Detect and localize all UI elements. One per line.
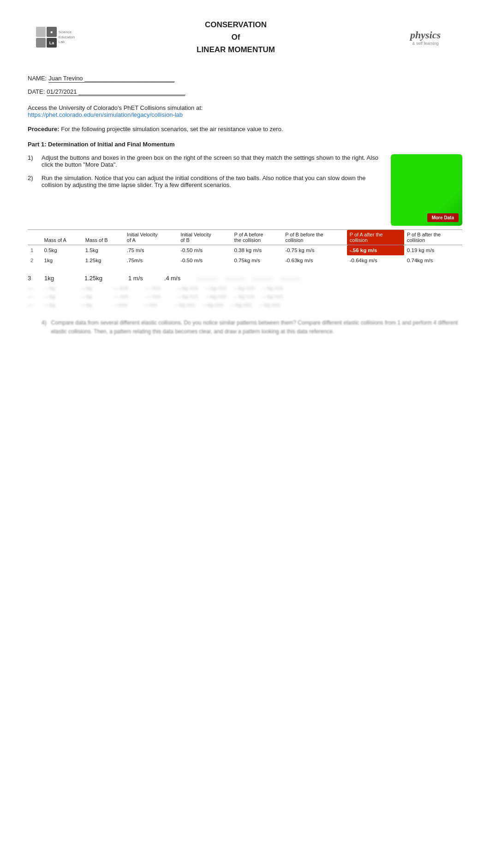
name-value: Juan Trevino ___________________________	[48, 75, 174, 83]
name-label: NAME:	[28, 75, 47, 82]
row1-mass-b: 1.5kg	[83, 245, 124, 256]
col-init-v-a: Initial Velocityof A	[124, 230, 178, 245]
data-table: Mass of A Mass of B Initial Velocityof A…	[28, 229, 462, 265]
table-row: 2 1kg 1.25kg .75m/s -0.50 m/s 0.75kg m/s…	[28, 255, 462, 265]
col-p-b-before: P of B before thecollision	[282, 230, 347, 245]
row2-p-b-before: -0.63kg m/s	[282, 255, 347, 265]
row3-mass-b: 1.25kg	[84, 275, 102, 282]
blurred-row-2: — —kg—kg — m/s— m/s —kg m/s—kg m/s—kg m/…	[28, 294, 462, 299]
main-content: 1) Adjust the buttons and boxes in the g…	[28, 154, 462, 336]
instruction-1: 1) Adjust the buttons and boxes in the g…	[28, 154, 386, 168]
phet-link[interactable]: https://phet.colorado.edu/en/simulation/…	[28, 111, 183, 118]
row2-p-a-before: 0.75kg m/s	[232, 255, 283, 265]
part1-title: Part 1: Determination of Initial and Fin…	[28, 141, 462, 148]
student-fields: NAME: Juan Trevino _____________________…	[28, 75, 462, 96]
instruction-2-text: Run the simulation. Notice that you can …	[42, 175, 386, 188]
row2-mass-a: 1kg	[42, 255, 83, 265]
row2-p-a-after: -0.64kg m/s	[347, 255, 404, 265]
row-num: 1	[28, 245, 42, 256]
right-logo: physics & self learning	[388, 21, 462, 54]
date-label: DATE:	[28, 88, 45, 95]
row3-init-v-b: .4 m/s	[164, 275, 180, 282]
date-value: 01/27/2021 _____________________________…	[47, 88, 185, 96]
instruction-2: 2) Run the simulation. Notice that you c…	[28, 175, 386, 188]
instruction-1-text: Adjust the buttons and boxes in the gree…	[42, 154, 386, 168]
row2-p-b-after: 0.74kg m/s	[404, 255, 462, 265]
row2-init-v-b: -0.50 m/s	[178, 255, 231, 265]
row3-blurred-1: ————	[197, 276, 217, 281]
row3-blurred-2: ————	[225, 276, 245, 281]
col-p-a-after: P of A after thecollision	[347, 230, 404, 245]
procedure-text: Procedure: For the following projectile …	[28, 125, 462, 134]
simulation-box: More Data	[391, 154, 462, 226]
row3-blurred-4: ————	[280, 276, 300, 281]
row-num: 2	[28, 255, 42, 265]
row3-init-v-a: 1 m/s	[128, 275, 143, 282]
row2-mass-b: 1.25kg	[83, 255, 124, 265]
instructions-list: 1) Adjust the buttons and boxes in the g…	[28, 154, 386, 195]
date-field-row: DATE: 01/27/2021 _______________________…	[28, 88, 462, 96]
row3-blurred-3: ————	[252, 276, 273, 281]
col-init-v-b: Initial Velocityof B	[178, 230, 231, 245]
row3-num: 3	[28, 275, 37, 282]
row1-mass-a: 0.5kg	[42, 245, 83, 256]
row1-init-v-b: -0.50 m/s	[178, 245, 231, 256]
table-header-row: Mass of A Mass of B Initial Velocityof A…	[28, 230, 462, 245]
instructions-with-sim: 1) Adjust the buttons and boxes in the g…	[28, 154, 462, 226]
col-num	[28, 230, 42, 245]
table-row: 1 0.5kg 1.5kg .75 m/s -0.50 m/s 0.38 kg …	[28, 245, 462, 256]
row1-init-v-a: .75 m/s	[124, 245, 178, 256]
row1-p-b-before: -0.75 kg m/s	[282, 245, 347, 256]
blurred-rows: — —kg—kg — m/s— m/s —kg m/s—kg m/s—kg m/…	[28, 285, 462, 307]
row1-p-a-before: 0.38 kg m/s	[232, 245, 283, 256]
row1-p-b-after: 0.19 kg m/s	[404, 245, 462, 256]
col-p-b-after: P of B after thecollision	[404, 230, 462, 245]
more-data-button[interactable]: More Data	[427, 213, 459, 222]
col-p-a-before: P of A beforethe collision	[232, 230, 283, 245]
access-text: Access the University of Colorado's PhET…	[28, 104, 462, 118]
page-title: CONSERVATION Of LINEAR MOMENTUM	[197, 18, 275, 56]
row2-init-v-a: .75m/s	[124, 255, 178, 265]
row1-p-a-after: -.56 kg m/s	[347, 245, 404, 256]
section-3: 3 1kg 1.25kg 1 m/s .4 m/s ———— ———— ————…	[28, 275, 462, 307]
left-logo: ■ La ScienceEducationLab	[28, 21, 83, 54]
row3-mass-a: 1kg	[44, 275, 54, 282]
instruction-4: 4) Compare data from several different e…	[28, 319, 462, 336]
blurred-row-3: — —kg—kg —m/s—m/s —kg m/s—kg m/s—kg m/s—…	[28, 302, 462, 307]
name-field-row: NAME: Juan Trevino _____________________…	[28, 75, 462, 83]
col-mass-a: Mass of A	[42, 230, 83, 245]
page-header: ■ La ScienceEducationLab CONSERVATION Of…	[28, 18, 462, 56]
row3-data: 3 1kg 1.25kg 1 m/s .4 m/s ———— ———— ————…	[28, 275, 462, 282]
col-mass-b: Mass of B	[83, 230, 124, 245]
blurred-row-1: — —kg—kg — m/s— m/s —kg m/s—kg m/s—kg m/…	[28, 285, 462, 291]
